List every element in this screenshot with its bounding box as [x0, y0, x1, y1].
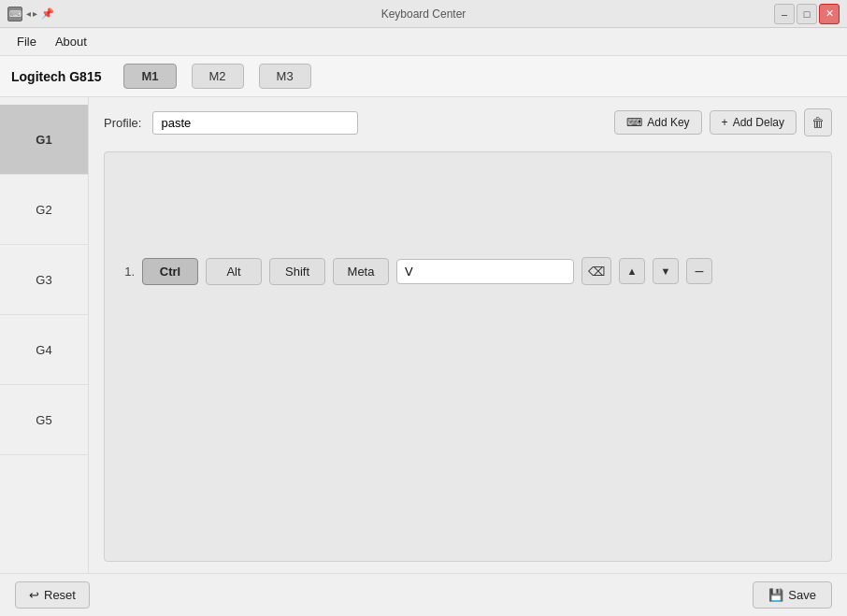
- add-delay-button[interactable]: + Add Delay: [710, 110, 797, 135]
- pin-icon[interactable]: 📌: [41, 7, 54, 20]
- save-icon: 💾: [768, 588, 783, 602]
- backspace-button[interactable]: ⌫: [581, 257, 611, 285]
- back-arrow-icon[interactable]: ◂: [26, 8, 31, 19]
- backspace-icon: ⌫: [588, 265, 605, 279]
- close-button[interactable]: ✕: [819, 4, 840, 24]
- menu-item-file[interactable]: File: [7, 31, 46, 52]
- minimize-button[interactable]: –: [774, 4, 795, 24]
- delete-profile-button[interactable]: 🗑: [804, 108, 832, 136]
- titlebar-controls: – □ ✕: [774, 4, 840, 24]
- sidebar-item-g3[interactable]: G3: [0, 245, 88, 315]
- mode-button-m2[interactable]: M2: [192, 64, 244, 89]
- profile-label: Profile:: [104, 116, 141, 130]
- menu-item-about[interactable]: About: [46, 31, 96, 52]
- chevron-up-icon: ▲: [627, 265, 638, 277]
- reset-icon: ↩: [29, 588, 39, 602]
- save-button[interactable]: 💾 Save: [753, 581, 832, 609]
- move-up-button[interactable]: ▲: [619, 258, 645, 284]
- mode-button-m3[interactable]: M3: [259, 64, 311, 89]
- app-icon: ⌨: [7, 7, 22, 21]
- key-entry-row: 1. Ctrl Alt Shift Meta ⌫ ▲ ▼ –: [116, 257, 820, 285]
- move-down-button[interactable]: ▼: [653, 258, 679, 284]
- trash-icon: 🗑: [811, 115, 825, 130]
- keyboard-icon: ⌨: [626, 116, 642, 129]
- meta-button[interactable]: Meta: [333, 258, 389, 285]
- profile-actions: ⌨ Add Key + Add Delay 🗑: [614, 108, 832, 136]
- shift-button[interactable]: Shift: [269, 258, 325, 285]
- device-row: Logitech G815 M1 M2 M3: [0, 56, 847, 97]
- titlebar-arrows: ◂ ▸: [26, 8, 37, 19]
- key-sequence-area: 1. Ctrl Alt Shift Meta ⌫ ▲ ▼ –: [104, 151, 832, 562]
- content-panel: Profile: ⌨ Add Key + Add Delay 🗑 1.: [89, 97, 847, 573]
- profile-row: Profile: ⌨ Add Key + Add Delay 🗑: [104, 108, 832, 136]
- key-number: 1.: [116, 265, 135, 279]
- titlebar-left: ⌨ ◂ ▸ 📌: [7, 7, 54, 21]
- device-name: Logitech G815: [11, 69, 101, 84]
- plus-icon: +: [722, 116, 728, 129]
- minus-icon: –: [696, 263, 704, 279]
- maximize-button[interactable]: □: [797, 4, 817, 24]
- bottom-bar: ↩ Reset 💾 Save: [0, 573, 847, 616]
- reset-button[interactable]: ↩ Reset: [15, 581, 90, 609]
- profile-input[interactable]: [152, 111, 358, 135]
- sidebar: G1 G2 G3 G4 G5: [0, 97, 89, 573]
- menubar: File About: [0, 28, 847, 56]
- chevron-down-icon: ▼: [661, 265, 671, 277]
- forward-arrow-icon[interactable]: ▸: [33, 8, 37, 19]
- alt-button[interactable]: Alt: [206, 258, 262, 285]
- mode-button-m1[interactable]: M1: [123, 64, 176, 89]
- sidebar-item-g5[interactable]: G5: [0, 385, 88, 455]
- titlebar-title: Keyboard Center: [381, 7, 467, 21]
- add-key-button[interactable]: ⌨ Add Key: [614, 110, 701, 135]
- key-value-input[interactable]: [396, 259, 574, 284]
- main-area: G1 G2 G3 G4 G5 Profile: ⌨ Add Key: [0, 97, 847, 573]
- sidebar-item-g4[interactable]: G4: [0, 315, 88, 385]
- sidebar-item-g2[interactable]: G2: [0, 175, 88, 245]
- titlebar: ⌨ ◂ ▸ 📌 Keyboard Center – □ ✕: [0, 0, 847, 28]
- ctrl-button[interactable]: Ctrl: [142, 258, 198, 285]
- sidebar-item-g1[interactable]: G1: [0, 105, 88, 175]
- remove-row-button[interactable]: –: [686, 258, 712, 284]
